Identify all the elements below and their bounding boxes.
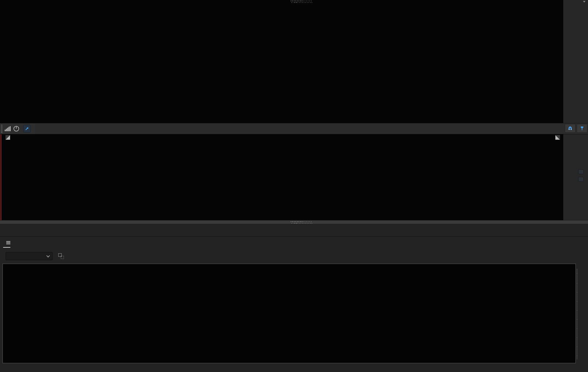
frequency-axis (3, 364, 576, 372)
frequency-scale[interactable] (563, 0, 588, 123)
frequency-analysis-plot[interactable] (3, 264, 576, 363)
fade-in-handle[interactable] (5, 135, 10, 140)
panel-resize-grip[interactable] (291, 1, 312, 3)
clock-gauge-icon[interactable] (13, 126, 19, 132)
panel-tabs (3, 237, 21, 249)
spectrogram-canvas[interactable] (3, 0, 563, 123)
timeline-ruler-row (0, 123, 588, 134)
playhead[interactable] (1, 134, 1, 220)
marker-pin-button[interactable] (577, 124, 587, 133)
waveform-canvas[interactable] (3, 134, 563, 220)
timeline-ruler[interactable] (35, 123, 563, 134)
spectrogram-view[interactable] (0, 0, 563, 123)
waveform-view[interactable] (0, 134, 563, 220)
pin-arrow-icon (25, 127, 29, 131)
panel-divider[interactable] (0, 220, 588, 224)
copy-frame-icon[interactable] (58, 253, 64, 259)
scale-menu-arrow-icon[interactable] (583, 1, 585, 3)
snapping-toggle-button[interactable] (565, 124, 575, 133)
chevron-down-icon (46, 254, 50, 257)
scale-dropdown[interactable] (6, 252, 53, 260)
push-pin-icon (580, 126, 585, 131)
ruler-right-tools (565, 124, 587, 133)
transport-bar (0, 224, 588, 236)
amplitude-scale[interactable] (563, 134, 588, 220)
tab-frequency-analysis[interactable] (3, 237, 10, 249)
panel-resize-grip[interactable] (291, 221, 312, 224)
view-controls (0, 123, 35, 134)
levels-icon[interactable] (4, 126, 11, 132)
fade-out-handle[interactable] (555, 135, 560, 140)
toolbar-grip[interactable] (1, 125, 3, 133)
analysis-controls (3, 249, 78, 263)
channel-2-badge[interactable] (578, 177, 584, 182)
frequency-analysis-panel (0, 236, 588, 372)
audition-window (0, 0, 588, 372)
panel-menu-icon[interactable] (6, 240, 10, 245)
channel-1-badge[interactable] (578, 169, 584, 174)
move-playhead-button[interactable] (23, 125, 31, 132)
magnet-icon (568, 126, 573, 131)
analysis-canvas (3, 264, 575, 363)
decibel-axis (576, 264, 588, 372)
